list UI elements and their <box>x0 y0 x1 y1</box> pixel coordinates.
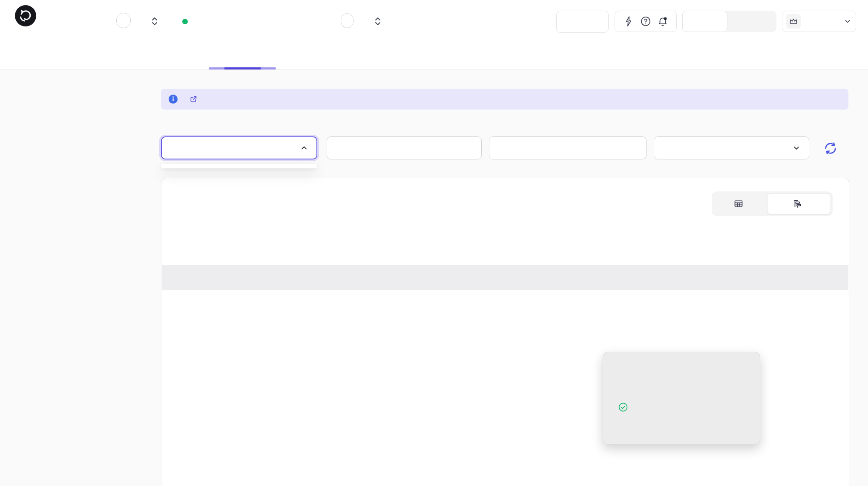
refresh-icon[interactable] <box>823 141 838 156</box>
crown-icon <box>786 14 801 29</box>
table-grid-icon <box>733 199 744 209</box>
table-view-button[interactable] <box>713 193 767 214</box>
status-select[interactable] <box>654 136 809 159</box>
info-banner <box>161 89 848 110</box>
job-type-select[interactable] <box>161 136 317 159</box>
feedback-button[interactable] <box>556 11 609 33</box>
service-switcher-chevrons-icon[interactable] <box>373 16 382 27</box>
help-icon[interactable] <box>640 16 651 27</box>
header-icons-group <box>615 11 677 32</box>
ops-view-button[interactable] <box>682 11 727 32</box>
jobs-panel <box>161 178 849 486</box>
job-type-dropdown-menu <box>161 164 317 168</box>
environment-badge <box>341 13 354 28</box>
app-root <box>0 0 868 486</box>
plan-badge <box>116 13 131 28</box>
notifications-bell-icon[interactable] <box>657 16 668 27</box>
chevron-up-icon <box>299 143 309 153</box>
circle-check-icon <box>618 402 628 412</box>
tooltip-status-line <box>615 402 632 412</box>
active-tab-underline-core <box>224 67 261 69</box>
job-run-tooltip <box>603 352 760 445</box>
timeline-gantt-icon <box>792 199 802 209</box>
chevron-down-icon <box>843 17 852 26</box>
procedure-name-input[interactable] <box>327 136 482 159</box>
chevron-down-icon <box>792 143 801 153</box>
timeline-header-band <box>162 265 848 290</box>
project-switcher-chevrons-icon[interactable] <box>150 16 159 27</box>
service-status-dot <box>182 19 188 24</box>
banner-text <box>187 95 201 104</box>
bolt-icon[interactable] <box>623 16 634 27</box>
tiger-logo-icon[interactable] <box>15 5 36 26</box>
user-menu-button[interactable] <box>782 11 856 32</box>
main-tab-bar <box>0 43 868 70</box>
timeline-view-button[interactable] <box>767 193 831 214</box>
info-icon <box>168 75 182 123</box>
table-timeline-switch <box>712 191 833 216</box>
target-object-input[interactable] <box>489 136 647 159</box>
external-link-icon[interactable] <box>190 95 198 104</box>
view-mode-toggle <box>682 11 776 32</box>
